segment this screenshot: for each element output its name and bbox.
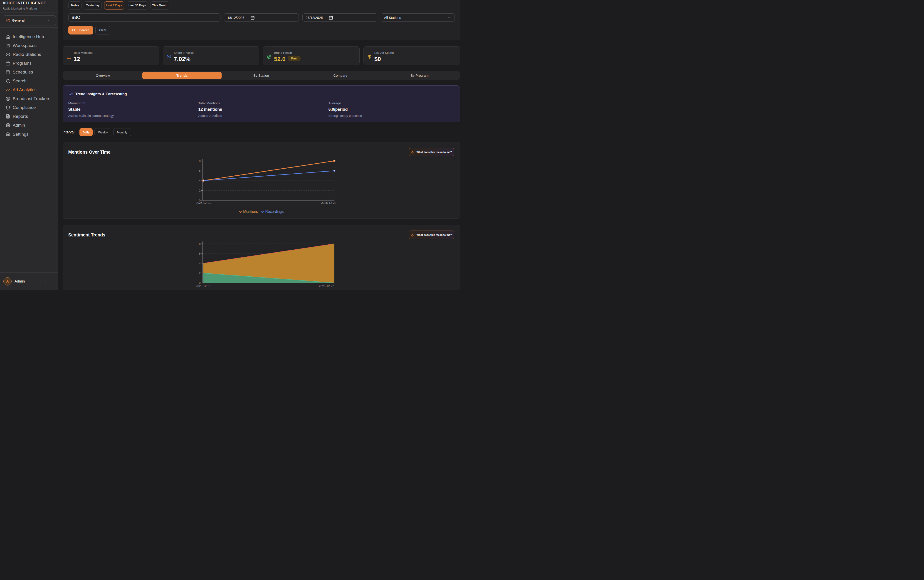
- svg-text:4: 4: [199, 179, 200, 182]
- svg-text:2025-12-22: 2025-12-22: [319, 284, 334, 288]
- svg-text:0: 0: [199, 282, 200, 285]
- svg-text:2025-12-21: 2025-12-21: [196, 284, 211, 288]
- svg-text:6: 6: [199, 252, 200, 255]
- svg-text:4: 4: [199, 262, 200, 265]
- svg-text:6: 6: [199, 169, 200, 173]
- svg-text:2025-12-22: 2025-12-22: [321, 201, 336, 204]
- svg-text:2: 2: [199, 189, 200, 192]
- svg-text:8: 8: [199, 159, 200, 163]
- svg-text:8: 8: [199, 242, 200, 246]
- svg-text:2: 2: [199, 272, 200, 275]
- svg-text:2025-12-21: 2025-12-21: [196, 201, 211, 204]
